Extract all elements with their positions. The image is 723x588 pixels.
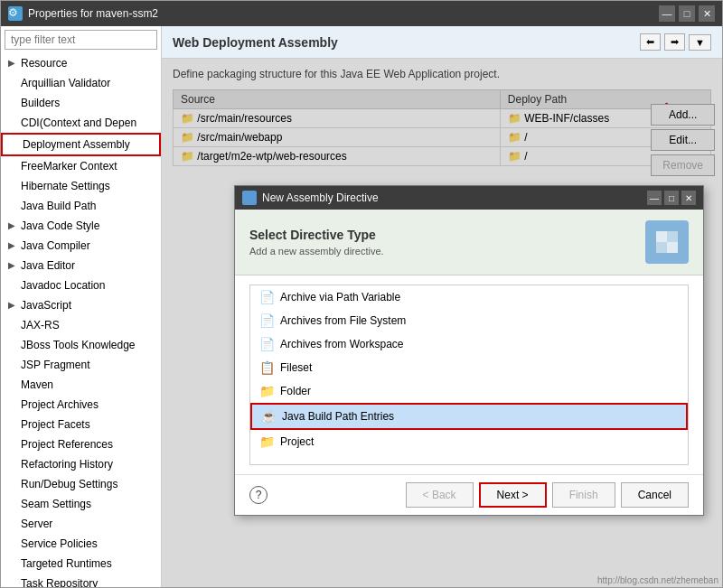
directive-item-folder[interactable]: 📁Folder <box>250 379 688 403</box>
directive-icon-folder: 📁 <box>259 382 275 400</box>
sidebar: ▶ResourceArquillian ValidatorBuildersCDI… <box>1 26 162 587</box>
dialog-overlay: New Assembly Directive — □ ✕ Select <box>162 59 722 587</box>
sidebar-item-project-references[interactable]: Project References <box>1 434 161 454</box>
dialog-title-text: New Assembly Directive <box>262 191 379 204</box>
sidebar-item-project-archives[interactable]: Project Archives <box>1 395 161 415</box>
sidebar-item-server[interactable]: Server <box>1 514 161 534</box>
panel-title: Web Deployment Assembly <box>173 35 338 50</box>
sidebar-item-jboss-tools[interactable]: JBoss Tools Knowledge <box>1 335 161 355</box>
nav-menu-button[interactable]: ▼ <box>689 34 711 51</box>
panel-content: Define packaging structure for this Java… <box>162 59 722 587</box>
sidebar-label-jsp-fragment: JSP Fragment <box>21 357 89 373</box>
sidebar-item-seam-settings[interactable]: Seam Settings <box>1 494 161 514</box>
sidebar-item-project-facets[interactable]: Project Facets <box>1 415 161 434</box>
directive-item-fileset[interactable]: 📋Fileset <box>250 356 688 379</box>
directive-item-java-build-path-entries[interactable]: ☕Java Build Path Entries <box>250 403 688 430</box>
sidebar-label-targeted-runtimes: Targeted Runtimes <box>21 555 112 572</box>
sidebar-item-java-editor[interactable]: ▶Java Editor <box>1 256 161 275</box>
next-button[interactable]: Next > <box>479 482 547 508</box>
sidebar-label-java-compiler: Java Compiler <box>21 238 90 254</box>
window-title: Properties for maven-ssm2 <box>28 7 653 20</box>
help-button[interactable]: ? <box>249 486 268 504</box>
directive-item-archive-path-var[interactable]: 📄Archive via Path Variable <box>250 285 688 309</box>
directive-icon-archives-workspace: 📄 <box>259 335 275 353</box>
sidebar-label-project-references: Project References <box>21 436 113 453</box>
sidebar-label-java-code-style: Java Code Style <box>21 218 99 234</box>
sidebar-item-java-build-path[interactable]: Java Build Path <box>1 196 161 216</box>
sidebar-item-javadoc-location[interactable]: Javadoc Location <box>1 275 161 295</box>
sidebar-item-cdi[interactable]: CDI(Context and Depen <box>1 113 161 133</box>
close-button[interactable]: ✕ <box>699 5 715 22</box>
window-controls: — □ ✕ <box>659 5 715 22</box>
expand-arrow-java-editor: ▶ <box>8 257 17 274</box>
sidebar-item-javascript[interactable]: ▶JavaScript <box>1 295 161 315</box>
sidebar-item-refactoring[interactable]: Refactoring History <box>1 454 161 474</box>
directive-icon-archives-file-system: 📄 <box>259 312 275 330</box>
sidebar-label-cdi: CDI(Context and Depen <box>21 115 136 131</box>
nav-back-button[interactable]: ⬅ <box>640 33 661 51</box>
dialog-body: 📄Archive via Path Variable📄Archives from… <box>235 275 703 474</box>
sidebar-label-run-debug: Run/Debug Settings <box>21 476 117 492</box>
sidebar-item-resource[interactable]: ▶Resource <box>1 53 161 73</box>
svg-rect-0 <box>656 231 667 242</box>
window-icon: ⚙ <box>8 6 23 21</box>
back-button[interactable]: < Back <box>406 482 474 508</box>
directive-icon-project: 📁 <box>259 433 275 451</box>
dialog-titlebar: New Assembly Directive — □ ✕ <box>235 186 703 210</box>
sidebar-item-run-debug[interactable]: Run/Debug Settings <box>1 474 161 494</box>
sidebar-item-java-compiler[interactable]: ▶Java Compiler <box>1 236 161 256</box>
finish-button[interactable]: Finish <box>552 482 615 508</box>
expand-arrow-resource: ▶ <box>8 55 17 71</box>
sidebar-item-jsp-fragment[interactable]: JSP Fragment <box>1 355 161 375</box>
sidebar-label-project-archives: Project Archives <box>21 397 99 413</box>
minimize-button[interactable]: — <box>659 5 675 22</box>
sidebar-label-server: Server <box>21 516 52 532</box>
dialog-header: Select Directive Type Add a new assembly… <box>235 210 703 275</box>
sidebar-item-maven[interactable]: Maven <box>1 375 161 395</box>
sidebar-label-maven: Maven <box>21 377 53 393</box>
sidebar-label-hibernate: Hibernate Settings <box>21 178 110 194</box>
svg-rect-2 <box>656 242 667 253</box>
sidebar-item-hibernate[interactable]: Hibernate Settings <box>1 176 161 196</box>
directive-item-project[interactable]: 📁Project <box>250 430 688 453</box>
sidebar-label-project-facets: Project Facets <box>21 416 90 433</box>
sidebar-item-arquillian[interactable]: Arquillian Validator <box>1 73 161 93</box>
directive-item-archives-workspace[interactable]: 📄Archives from Workspace <box>250 332 688 356</box>
dialog-controls: — □ ✕ <box>647 191 696 205</box>
maximize-button[interactable]: □ <box>679 5 695 22</box>
cancel-button[interactable]: Cancel <box>621 482 689 508</box>
sidebar-item-jax-rs[interactable]: JAX-RS <box>1 315 161 335</box>
sidebar-item-deployment-assembly[interactable]: Deployment Assembly <box>1 133 161 156</box>
sidebar-label-refactoring: Refactoring History <box>21 456 113 472</box>
sidebar-item-freemarker[interactable]: FreeMarker Context <box>1 156 161 176</box>
nav-forward-button[interactable]: ➡ <box>664 33 685 51</box>
directive-label-archives-file-system: Archives from File System <box>280 312 406 330</box>
directive-list: 📄Archive via Path Variable📄Archives from… <box>249 285 689 465</box>
sidebar-label-javadoc-location: Javadoc Location <box>21 277 105 294</box>
dialog-header-text: Select Directive Type Add a new assembly… <box>249 228 384 257</box>
sidebar-item-service-policies[interactable]: Service Policies <box>1 534 161 554</box>
sidebar-label-builders: Builders <box>21 95 60 111</box>
sidebar-label-freemarker: FreeMarker Context <box>21 158 117 174</box>
directive-label-fileset: Fileset <box>280 359 312 377</box>
sidebar-item-builders[interactable]: Builders <box>1 93 161 113</box>
sidebar-item-targeted-runtimes[interactable]: Targeted Runtimes <box>1 554 161 574</box>
dialog-close-button[interactable]: ✕ <box>681 191 696 205</box>
dialog-header-desc: Add a new assembly directive. <box>249 246 384 257</box>
sidebar-label-deployment-assembly: Deployment Assembly <box>23 136 130 153</box>
directive-item-archives-file-system[interactable]: 📄Archives from File System <box>250 309 688 332</box>
sidebar-item-java-code-style[interactable]: ▶Java Code Style <box>1 216 161 236</box>
sidebar-label-jax-rs: JAX-RS <box>21 317 60 333</box>
svg-rect-1 <box>667 231 678 242</box>
footer-buttons: < Back Next > Finish Cancel <box>406 482 689 508</box>
main-window: ⚙ Properties for maven-ssm2 — □ ✕ ▶Resou… <box>0 0 723 588</box>
directive-label-project: Project <box>280 433 314 451</box>
main-panel: Web Deployment Assembly ⬅ ➡ ▼ Define pac… <box>162 26 722 587</box>
dialog-maximize-button[interactable]: □ <box>664 191 679 205</box>
sidebar-label-task-repository: Task Repository <box>21 575 98 587</box>
sidebar-item-task-repository[interactable]: Task Repository <box>1 574 161 587</box>
filter-input[interactable] <box>5 30 157 50</box>
expand-arrow-java-code-style: ▶ <box>8 218 17 234</box>
dialog-minimize-button[interactable]: — <box>647 191 662 205</box>
dialog: New Assembly Directive — □ ✕ Select <box>234 185 704 516</box>
